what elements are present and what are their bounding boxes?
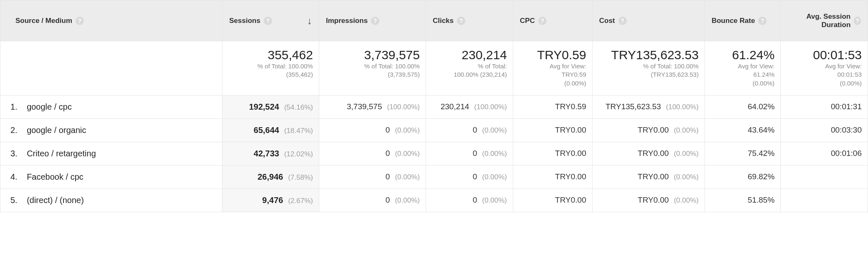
col-label: Impressions — [326, 17, 368, 25]
metric-value: 9,476 — [262, 196, 283, 205]
metric-value: TRY0.00 — [555, 125, 586, 134]
cell-cpc: TRY0.00 — [513, 142, 592, 165]
metric-pct: (2.67%) — [285, 197, 313, 205]
metric-pct: (0.00%) — [392, 196, 420, 205]
metric-value: TRY0.00 — [638, 196, 669, 205]
metric-value: 42,733 — [254, 149, 279, 158]
col-header-bounce-rate[interactable]: Bounce Rate ? — [705, 0, 781, 41]
metric-value: 00:01:31 — [831, 102, 862, 111]
metric-value: 00:03:30 — [831, 125, 862, 134]
col-label: Source / Medium — [15, 17, 72, 25]
table-row[interactable]: 4. Facebook / cpc26,946(7.58%)0(0.00%)0(… — [0, 165, 868, 188]
col-header-cpc[interactable]: CPC ? — [513, 0, 592, 41]
col-header-cost[interactable]: Cost ? — [592, 0, 704, 41]
metric-pct: (7.58%) — [285, 173, 313, 182]
help-icon[interactable]: ? — [264, 17, 272, 25]
metric-value: TRY0.00 — [555, 196, 586, 204]
metric-value: 230,214 — [441, 102, 469, 111]
help-icon[interactable]: ? — [618, 17, 627, 25]
metric-pct: (0.00%) — [479, 126, 507, 135]
table-header-row: Source / Medium ? Sessions ? ↓ Impressio… — [0, 0, 868, 41]
metric-value: TRY0.00 — [638, 149, 669, 158]
cell-clicks: 0(0.00%) — [426, 142, 513, 165]
help-icon[interactable]: ? — [457, 17, 465, 25]
metric-value: 26,946 — [257, 172, 283, 182]
table-row[interactable]: 5. (direct) / (none)9,476(2.67%)0(0.00%)… — [0, 188, 868, 212]
cell-impressions: 0(0.00%) — [319, 165, 426, 188]
cell-duration: 00:03:30 — [781, 118, 868, 142]
help-icon[interactable]: ? — [854, 17, 861, 25]
cell-source-medium[interactable]: 5. (direct) / (none) — [0, 188, 222, 212]
total-sub: % of Total: — [432, 62, 507, 70]
cell-duration: 00:01:31 — [781, 95, 868, 118]
table-row[interactable]: 2. google / organic65,644(18.47%)0(0.00%… — [0, 118, 868, 142]
total-sub: % of Total: 100.00% — [598, 62, 699, 70]
metric-value: 0 — [386, 172, 390, 181]
dimension-value[interactable]: (direct) / (none) — [27, 196, 84, 205]
metric-value: 192,524 — [249, 102, 279, 112]
sort-desc-icon[interactable]: ↓ — [307, 15, 312, 27]
metric-value: 0 — [473, 149, 477, 158]
total-value: 355,462 — [228, 48, 313, 62]
help-icon[interactable]: ? — [371, 17, 379, 25]
col-header-impressions[interactable]: Impressions ? — [319, 0, 426, 41]
cell-source-medium[interactable]: 2. google / organic — [0, 118, 222, 142]
totals-cpc: TRY0.59 Avg for View: TRY0.59 (0.00%) — [513, 41, 592, 95]
cell-clicks: 0(0.00%) — [426, 165, 513, 188]
dimension-value[interactable]: google / organic — [27, 125, 86, 135]
total-sub: (355,462) — [228, 70, 313, 79]
metric-value: 0 — [386, 196, 390, 205]
total-sub: (0.00%) — [711, 79, 775, 88]
col-header-source-medium[interactable]: Source / Medium ? — [0, 0, 222, 41]
dimension-value[interactable]: google / cpc — [27, 102, 72, 111]
totals-empty — [0, 41, 222, 95]
cell-source-medium[interactable]: 3. Criteo / retargeting — [0, 142, 222, 165]
metric-pct: (0.00%) — [671, 126, 699, 135]
cell-duration — [781, 165, 868, 188]
cell-source-medium[interactable]: 4. Facebook / cpc — [0, 165, 222, 188]
table-row[interactable]: 3. Criteo / retargeting42,733(12.02%)0(0… — [0, 142, 868, 165]
cell-sessions: 42,733(12.02%) — [222, 142, 319, 165]
total-value: 00:01:53 — [787, 48, 862, 62]
total-sub: (3,739,575) — [325, 70, 420, 79]
total-value: 61.24% — [711, 48, 775, 62]
col-label: Sessions — [229, 17, 260, 25]
metric-value: 0 — [473, 196, 477, 205]
metric-value: 0 — [386, 149, 390, 158]
cell-bounce: 64.02% — [705, 95, 781, 118]
analytics-table: Source / Medium ? Sessions ? ↓ Impressio… — [0, 0, 868, 212]
totals-bounce: 61.24% Avg for View: 61.24% (0.00%) — [705, 41, 781, 95]
metric-value: TRY0.00 — [555, 149, 586, 158]
metric-value: 0 — [473, 172, 477, 181]
metric-pct: (0.00%) — [671, 173, 699, 181]
metric-value: 43.64% — [748, 125, 775, 134]
cell-impressions: 0(0.00%) — [319, 142, 426, 165]
totals-cost: TRY135,623.53 % of Total: 100.00% (TRY13… — [592, 41, 704, 95]
help-icon[interactable]: ? — [538, 17, 547, 25]
col-header-sessions[interactable]: Sessions ? ↓ — [222, 0, 319, 41]
total-sub: Avg for View: — [519, 62, 586, 70]
help-icon[interactable]: ? — [758, 17, 767, 25]
cell-cost: TRY0.00(0.00%) — [592, 118, 704, 142]
metric-value: 3,739,575 — [347, 102, 382, 111]
cell-source-medium[interactable]: 1. google / cpc — [0, 95, 222, 118]
metric-value: 00:01:06 — [831, 149, 862, 158]
total-sub: Avg for View: — [711, 62, 775, 70]
cell-impressions: 0(0.00%) — [319, 118, 426, 142]
dimension-value[interactable]: Criteo / retargeting — [27, 149, 96, 158]
dimension-value[interactable]: Facebook / cpc — [27, 172, 83, 181]
metric-pct: (12.02%) — [282, 150, 313, 158]
metric-pct: (100.00%) — [664, 103, 699, 111]
col-header-clicks[interactable]: Clicks ? — [426, 0, 513, 41]
help-icon[interactable]: ? — [76, 17, 84, 25]
table-row[interactable]: 1. google / cpc192,524(54.16%)3,739,575(… — [0, 95, 868, 118]
metric-pct: (0.00%) — [392, 150, 420, 158]
metric-value: TRY0.00 — [555, 172, 586, 181]
col-label: Avg. Session Duration — [787, 13, 850, 29]
metric-value: 64.02% — [748, 102, 775, 111]
row-index: 4. — [10, 172, 22, 182]
total-sub: (0.00%) — [787, 79, 862, 88]
col-header-avg-duration[interactable]: Avg. Session Duration ? — [781, 0, 868, 41]
cell-bounce: 75.42% — [705, 142, 781, 165]
cell-duration — [781, 188, 868, 212]
